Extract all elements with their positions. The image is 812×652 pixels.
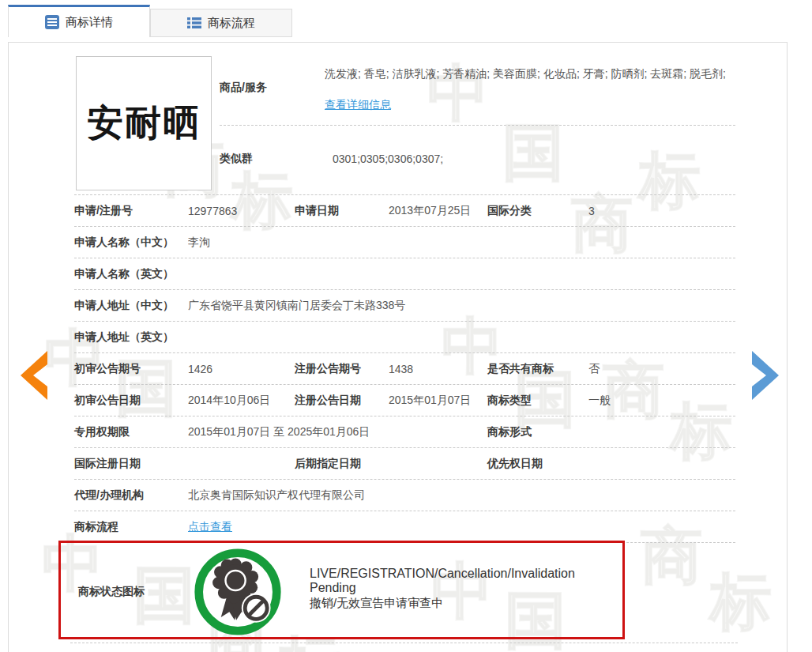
table-row: 初审公告期号1426注册公告期号1438是否共有商标否 <box>74 353 735 385</box>
award-ribbon-prohibition-icon <box>192 546 284 638</box>
field-label: 是否共有商标 <box>487 362 588 376</box>
table-row: 国际注册日期后期指定日期优先权日期 <box>74 448 735 480</box>
field-value: 一般 <box>588 394 735 408</box>
tab-bar: 商标详情 商标流程 <box>8 5 292 37</box>
field-value-link[interactable]: 点击查看 <box>188 520 735 534</box>
field-label: 商标形式 <box>487 425 588 439</box>
table-row: 申请人名称（英文） <box>74 258 735 290</box>
next-arrow-button[interactable] <box>750 350 782 401</box>
similar-group-value: 0301;0305;0306;0307; <box>333 153 443 165</box>
table-row: 申请人地址（英文） <box>74 322 735 353</box>
prev-arrow-button[interactable] <box>17 350 49 401</box>
table-row: 商标流程点击查看 <box>74 511 735 543</box>
field-value: 李洵 <box>188 236 735 250</box>
field-value: 2013年07月25日 <box>389 204 487 218</box>
table-row: 申请人名称（中文）李洵 <box>74 227 735 258</box>
similar-group-label: 类似群 <box>220 152 253 166</box>
view-details-link[interactable]: 查看详细信息 <box>325 98 391 112</box>
field-value: 12977863 <box>188 205 295 217</box>
field-value: 1426 <box>188 363 295 375</box>
list-bullets-icon <box>187 16 201 30</box>
field-value: 2015年01月07日 至 2025年01月06日 <box>188 425 487 439</box>
table-row: 申请人地址（中文）广东省饶平县黄冈镇南门居委会丁未路338号 <box>74 290 735 322</box>
field-value: 否 <box>588 362 735 376</box>
field-label: 优先权日期 <box>487 457 588 471</box>
separator <box>70 643 738 643</box>
trademark-image: 安耐晒 <box>76 56 212 190</box>
trademark-name: 安耐晒 <box>87 99 201 148</box>
detail-panel: 中国商标标商中国中国商标中国中国商标商标 安耐晒 商品/服务 洗发液; 香皂; … <box>8 42 788 652</box>
field-label: 注册公告日期 <box>295 394 389 408</box>
field-label: 申请人地址（英文） <box>74 330 188 345</box>
separator <box>220 125 735 126</box>
goods-services-value: 洗发液; 香皂; 洁肤乳液; 芳香精油; 美容面膜; 化妆品; 牙膏; 防晒剂;… <box>325 67 735 81</box>
tab-label: 商标详情 <box>66 15 113 30</box>
field-label: 申请人名称（中文） <box>74 236 188 250</box>
field-label: 商标类型 <box>487 394 588 408</box>
field-value: 广东省饶平县黄冈镇南门居委会丁未路338号 <box>188 299 735 313</box>
field-value: 3 <box>588 205 735 217</box>
field-label: 代理/办理机构 <box>74 488 188 503</box>
tab-trademark-process[interactable]: 商标流程 <box>150 9 292 37</box>
field-value: 2014年10月06日 <box>188 394 295 408</box>
field-label: 申请人名称（英文） <box>74 267 188 281</box>
field-label: 申请/注册号 <box>74 204 188 218</box>
tab-label: 商标流程 <box>208 16 255 31</box>
status-text-chinese: 撤销/无效宣告申请审查中 <box>310 596 443 611</box>
field-label: 专用权期限 <box>74 425 188 439</box>
status-text-english: LIVE/REGISTRATION/Cancellation/Invalidat… <box>310 567 622 595</box>
field-label: 申请人地址（中文） <box>74 299 188 313</box>
status-section: 商标状态图标 LIVE/REGISTRATION/Can <box>58 541 625 639</box>
field-label: 后期指定日期 <box>295 457 389 471</box>
table-row: 初审公告日期2014年10月06日注册公告日期2015年01月07日商标类型一般 <box>74 385 735 416</box>
field-value: 1438 <box>389 363 487 375</box>
table-row: 申请/注册号12977863申请日期2013年07月25日国际分类3 <box>74 195 735 227</box>
detail-table: 申请/注册号12977863申请日期2013年07月25日国际分类3申请人名称（… <box>74 194 735 543</box>
status-label: 商标状态图标 <box>78 585 145 599</box>
table-row: 专用权期限2015年01月07日 至 2025年01月06日商标形式 <box>74 416 735 448</box>
field-label: 注册公告期号 <box>295 362 389 376</box>
document-lines-icon <box>45 15 59 29</box>
field-label: 商标流程 <box>74 520 188 534</box>
field-label: 初审公告日期 <box>74 394 188 408</box>
field-label: 申请日期 <box>295 204 389 218</box>
tab-trademark-details[interactable]: 商标详情 <box>8 5 150 37</box>
table-row: 代理/办理机构北京奥肯国际知识产权代理有限公司 <box>74 480 735 511</box>
field-value: 北京奥肯国际知识产权代理有限公司 <box>188 488 735 503</box>
field-label: 国际分类 <box>487 204 588 218</box>
goods-services-label: 商品/服务 <box>220 81 267 95</box>
field-label: 初审公告期号 <box>74 362 188 376</box>
field-label: 国际注册日期 <box>74 457 188 471</box>
field-value: 2015年01月07日 <box>389 394 487 408</box>
